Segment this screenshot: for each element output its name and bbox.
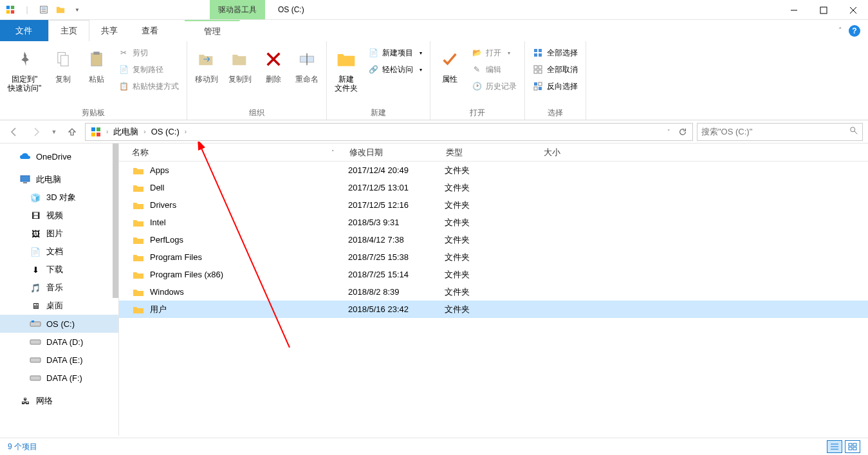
documents-icon: 📄 — [30, 246, 41, 257]
column-type[interactable]: 类型 — [441, 147, 539, 158]
paste-button[interactable]: 粘贴 — [81, 44, 112, 106]
edit-button[interactable]: ✎编辑 — [468, 62, 521, 77]
file-row[interactable]: Drivers2017/12/5 12:16文件夹 — [119, 196, 868, 214]
cut-button[interactable]: ✂剪切 — [115, 45, 183, 60]
tab-share[interactable]: 共享 — [89, 20, 130, 41]
file-row[interactable]: Apps2017/12/4 20:49文件夹 — [119, 162, 868, 179]
new-folder-button[interactable]: 新建 文件夹 — [331, 44, 362, 106]
file-type: 文件夹 — [439, 217, 537, 228]
delete-button[interactable]: 删除 — [258, 44, 289, 106]
breadcrumb-dropdown-icon[interactable]: ˅ — [663, 124, 674, 140]
breadcrumb-root-icon[interactable] — [87, 124, 105, 140]
new-folder-icon — [335, 46, 358, 72]
copy-to-button[interactable]: 复制到 — [225, 44, 255, 106]
breadcrumb-drive[interactable]: OS (C:) — [147, 124, 183, 140]
breadcrumb[interactable]: › 此电脑 › OS (C:) › ˅ — [85, 123, 693, 141]
copy-to-icon — [228, 46, 252, 72]
file-type: 文件夹 — [439, 286, 537, 298]
search-icon[interactable] — [849, 126, 858, 137]
file-row[interactable]: Program Files2018/7/25 15:38文件夹 — [119, 248, 868, 266]
tab-home[interactable]: 主页 — [48, 20, 89, 41]
tree-label-onedrive: OneDrive — [36, 152, 71, 162]
maximize-button[interactable] — [809, 0, 838, 20]
large-icons-view-button[interactable] — [845, 440, 860, 453]
file-row[interactable]: PerfLogs2018/4/12 7:38文件夹 — [119, 231, 868, 248]
nav-scrollbar[interactable] — [113, 144, 118, 298]
folder-icon — [132, 199, 145, 212]
pin-to-quick-access-button[interactable]: 固定到" 快速访问" — [4, 44, 45, 106]
3dobjects-icon: 🧊 — [30, 192, 41, 203]
copy-path-button[interactable]: 📄复制路径 — [115, 62, 183, 77]
back-button[interactable] — [5, 123, 23, 141]
svg-rect-22 — [534, 53, 537, 57]
tree-item-network[interactable]: 🖧网络 — [0, 392, 118, 410]
group-label-select: 选择 — [529, 106, 582, 118]
forward-button[interactable] — [27, 123, 45, 141]
rename-icon — [295, 46, 319, 72]
paste-shortcut-button[interactable]: 📋粘贴快捷方式 — [115, 79, 183, 94]
properties-button[interactable]: 属性 — [434, 44, 465, 106]
column-date[interactable]: 修改日期 — [344, 147, 441, 158]
tree-item-desktop[interactable]: 🖥桌面 — [0, 297, 118, 315]
history-button[interactable]: 🕑历史记录 — [468, 79, 521, 94]
tab-view[interactable]: 查看 — [130, 20, 171, 41]
search-input[interactable] — [701, 127, 849, 136]
tree-item-onedrive[interactable]: OneDrive — [0, 147, 118, 165]
tab-file[interactable]: 文件 — [0, 20, 48, 41]
tree-item-thispc[interactable]: 此电脑 — [0, 171, 118, 189]
desktop-icon: 🖥 — [30, 300, 41, 311]
tree-item-music[interactable]: 🎵音乐 — [0, 279, 118, 297]
collapse-ribbon-icon[interactable]: ˄ — [838, 26, 842, 35]
file-row[interactable]: Program Files (x86)2018/7/25 15:14文件夹 — [119, 266, 868, 283]
help-icon[interactable]: ? — [849, 25, 860, 37]
open-button[interactable]: 📂打开▾ — [468, 45, 521, 60]
chevron-right-icon[interactable]: › — [183, 128, 188, 135]
minimize-button[interactable] — [779, 0, 809, 20]
tree-item-drive-d[interactable]: DATA (D:) — [0, 333, 118, 351]
system-icon[interactable] — [3, 2, 18, 17]
tree-item-3dobjects[interactable]: 🧊3D 对象 — [0, 189, 118, 207]
tab-manage[interactable]: 管理 — [185, 20, 240, 41]
file-row[interactable]: 用户2018/5/16 23:42文件夹 — [119, 301, 868, 318]
select-none-button[interactable]: 全部取消 — [529, 62, 582, 77]
qat-dropdown-icon[interactable]: ▼ — [69, 2, 85, 17]
column-name[interactable]: 名称 — [119, 147, 331, 158]
file-row[interactable]: Windows2018/8/2 8:39文件夹 — [119, 283, 868, 301]
copy-button[interactable]: 复制 — [48, 44, 78, 106]
tree-item-drive-c[interactable]: OS (C:) — [0, 315, 118, 333]
search-box[interactable] — [697, 123, 863, 141]
properties-icon[interactable] — [36, 2, 51, 17]
chevron-right-icon[interactable]: › — [142, 128, 147, 135]
file-type: 文件夹 — [439, 200, 537, 211]
svg-rect-14 — [91, 53, 102, 66]
details-view-button[interactable] — [827, 440, 842, 453]
tree-item-documents[interactable]: 📄文档 — [0, 243, 118, 261]
recent-locations-button[interactable]: ▼ — [49, 123, 59, 141]
chevron-right-icon[interactable]: › — [105, 128, 109, 135]
rename-button[interactable]: 重命名 — [291, 44, 322, 106]
tree-item-downloads[interactable]: ⬇下载 — [0, 261, 118, 279]
tree-item-pictures[interactable]: 🖼图片 — [0, 225, 118, 243]
new-folder-icon[interactable] — [53, 2, 68, 17]
quick-access-toolbar: | ▼ — [0, 0, 88, 19]
tree-item-drive-e[interactable]: DATA (E:) — [0, 351, 118, 369]
move-to-button[interactable]: 移动到 — [191, 44, 222, 106]
file-name: Program Files (x86) — [150, 270, 343, 279]
column-size[interactable]: 大小 — [539, 147, 603, 158]
select-all-button[interactable]: 全部选择 — [529, 45, 582, 60]
file-name: Intel — [150, 218, 343, 227]
close-button[interactable] — [838, 0, 868, 20]
easy-access-button[interactable]: 🔗轻松访问▾ — [364, 62, 426, 77]
invert-selection-button[interactable]: 反向选择 — [529, 79, 582, 94]
contextual-tab-drive-tools[interactable]: 驱动器工具 — [210, 0, 265, 19]
navigation-pane: OneDrive 此电脑 🧊3D 对象 🎞视频 🖼图片 📄文档 ⬇下载 🎵音乐 … — [0, 144, 119, 436]
breadcrumb-this-pc[interactable]: 此电脑 — [109, 124, 142, 140]
tree-item-drive-f[interactable]: DATA (F:) — [0, 369, 118, 387]
tree-item-videos[interactable]: 🎞视频 — [0, 207, 118, 225]
file-row[interactable]: Dell2017/12/5 13:01文件夹 — [119, 179, 868, 196]
file-row[interactable]: Intel2018/5/3 9:31文件夹 — [119, 214, 868, 231]
svg-rect-3 — [11, 10, 14, 14]
up-button[interactable] — [63, 123, 81, 141]
refresh-button[interactable] — [674, 124, 691, 140]
new-item-button[interactable]: 📄新建项目▾ — [364, 45, 426, 60]
